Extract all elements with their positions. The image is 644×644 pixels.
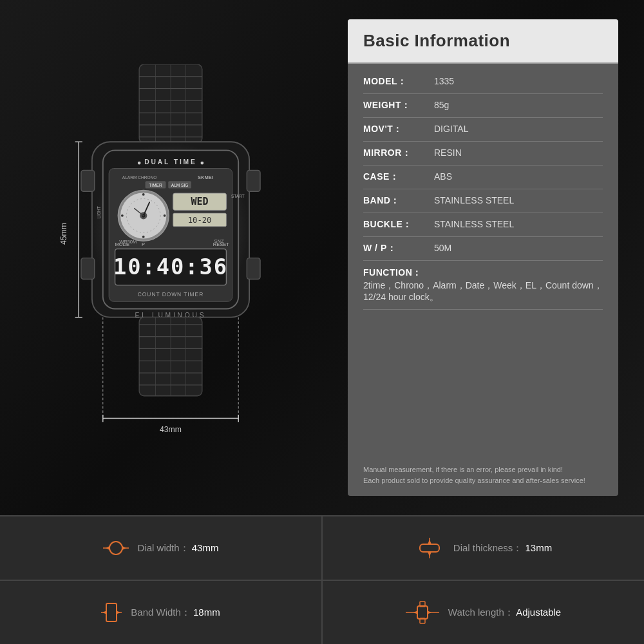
svg-text:TIMER: TIMER [149,183,162,187]
label-wp: W / P： [363,243,434,254]
label-mirror: MIRROR： [363,147,434,159]
specs-row-top: Dial width： 43mm Dial thickness： 13mm [0,515,644,580]
svg-point-17 [138,162,141,165]
svg-marker-92 [413,611,418,614]
spec-watch-length-text: Watch length： Adjustable [448,607,561,619]
svg-rect-13 [247,170,260,191]
disclaimer-line2: Each product sold to provide quality ass… [363,475,603,486]
svg-text:COUNT DOWN TIMER: COUNT DOWN TIMER [138,291,204,298]
value-buckle: STAINLESS STEEL [434,219,603,229]
watch-length-icon [406,601,439,624]
svg-text:MODE: MODE [115,242,130,247]
svg-rect-82 [106,603,117,621]
watch-area: DUAL TIME ALARM CHRONO SKMEI TIMER ALM S… [0,0,341,515]
band-width-icon [101,601,122,624]
value-wp: 50M [434,243,603,253]
svg-text:ALARM CHRONO: ALARM CHRONO [122,175,157,180]
info-row-band: BAND： STAINLESS STEEL [363,189,603,213]
watch-illustration: DUAL TIME ALARM CHRONO SKMEI TIMER ALM S… [48,64,293,464]
label-function: FUNCTION： [363,267,422,278]
svg-point-28 [142,193,145,196]
spec-dial-thickness-value: 13mm [526,542,553,553]
watch-container: DUAL TIME ALARM CHRONO SKMEI TIMER ALM S… [48,64,293,464]
info-row-wp: W / P： 50M [363,237,603,261]
value-mirror: RESIN [434,147,603,158]
info-body: MODEL： 1335 WEIGHT： 85g MOV'T： DIGITAL M… [348,64,618,496]
value-weight: 85g [434,100,603,110]
svg-text:START: START [231,194,245,198]
spec-dial-width-label: Dial width： [138,542,189,553]
info-row-weight: WEIGHT： 85g [363,94,603,118]
spec-dial-width-text: Dial width： 43mm [138,542,219,554]
value-band: STAINLESS STEEL [434,195,603,205]
svg-text:DUAL TIME: DUAL TIME [144,158,196,166]
label-movt: MOV'T： [363,124,434,135]
spec-watch-length-label: Watch length： [448,607,514,618]
svg-point-30 [121,214,124,217]
spec-band-width-text: Band Width： 18mm [131,607,220,619]
spec-dial-width: Dial width： 43mm [0,516,323,580]
svg-marker-85 [102,611,107,614]
svg-text:10:40:36: 10:40:36 [113,254,228,279]
svg-point-18 [201,162,204,165]
value-case: ABS [434,171,603,182]
svg-marker-86 [116,611,120,614]
spec-band-width: Band Width： 18mm [0,581,323,644]
svg-text:LIGHT: LIGHT [97,206,101,218]
info-row-function: FUNCTION： 2time，Chrono，Alarm，Date，Week，E… [363,261,603,310]
specs-row-bottom: Band Width： 18mm Watch length： Adj [0,580,644,644]
main-content: DUAL TIME ALARM CHRONO SKMEI TIMER ALM S… [0,0,644,515]
spec-dial-thickness-text: Dial thickness： 13mm [453,542,552,554]
spec-watch-length-value: Adjustable [516,607,561,618]
svg-marker-81 [428,552,431,556]
specs-bar: Dial width： 43mm Dial thickness： 13mm [0,515,644,644]
svg-rect-87 [417,606,428,619]
dial-thickness-icon [415,538,444,558]
info-header: Basic Information [348,19,618,64]
info-row-model: MODEL： 1335 [363,70,603,94]
value-function: 2time，Chrono，Alarm，Date，Week，EL，Count do… [363,280,603,303]
value-model: 1335 [434,76,603,86]
value-movt: DIGITAL [434,124,603,134]
info-disclaimer: Manual measurement, if there is an error… [363,457,603,489]
info-row-movt: MOV'T： DIGITAL [363,118,603,142]
svg-text:SKMEI: SKMEI [198,175,213,180]
label-case: CASE： [363,171,434,183]
label-band: BAND： [363,195,434,207]
dial-width-icon [103,538,129,558]
spec-watch-length: Watch length： Adjustable [323,581,644,644]
label-model: MODEL： [363,76,434,88]
svg-text:45mm: 45mm [59,223,68,245]
spec-band-width-label: Band Width： [131,607,191,618]
info-row-case: CASE： ABS [363,166,603,189]
info-panel: Basic Information MODEL： 1335 WEIGHT： 85… [348,19,618,496]
svg-point-31 [164,214,166,217]
info-row-mirror: MIRROR： RESIN [363,142,603,166]
svg-text:RESET: RESET [213,242,229,247]
svg-marker-93 [427,611,431,614]
disclaimer-line1: Manual measurement, if there is an error… [363,464,603,475]
svg-text:WED: WED [191,196,209,207]
svg-rect-12 [81,258,95,279]
info-title: Basic Information [363,31,603,51]
spec-dial-thickness: Dial thickness： 13mm [323,516,644,580]
svg-rect-14 [247,258,260,279]
svg-rect-11 [81,170,95,191]
spec-dial-width-value: 43mm [192,542,219,553]
info-row-buckle: BUCKLE： STAINLESS STEEL [363,213,603,237]
svg-rect-77 [420,544,439,552]
svg-text:ALM SIG: ALM SIG [171,183,189,187]
svg-text:43mm: 43mm [160,425,182,434]
svg-marker-75 [106,546,109,550]
svg-point-72 [109,542,122,554]
svg-marker-76 [122,546,126,550]
spec-dial-thickness-label: Dial thickness： [453,542,523,553]
svg-text:P: P [142,242,145,247]
svg-text:10-20: 10-20 [188,216,212,225]
svg-marker-80 [428,540,431,544]
label-buckle: BUCKLE： [363,219,434,231]
spec-band-width-value: 18mm [193,607,220,618]
label-weight: WEIGHT： [363,100,434,111]
svg-point-29 [142,236,145,238]
